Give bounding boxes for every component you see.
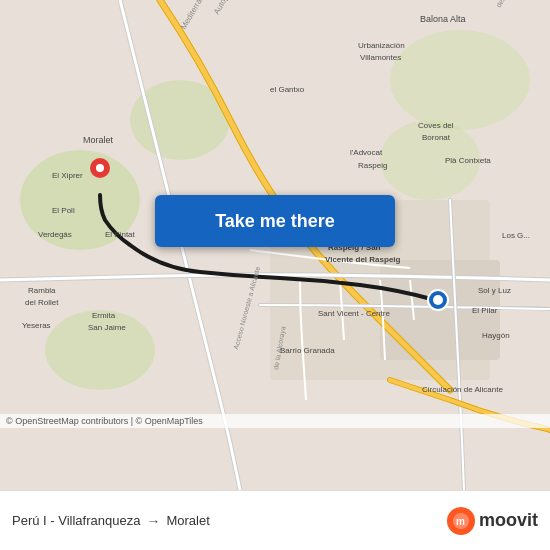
svg-text:el Gantxo: el Gantxo <box>270 85 305 94</box>
svg-text:Ermita: Ermita <box>92 311 116 320</box>
svg-text:El Xiprer: El Xiprer <box>52 171 83 180</box>
arrow-right-icon: → <box>146 513 160 529</box>
svg-text:Yeseras: Yeseras <box>22 321 51 330</box>
svg-text:del Rollet: del Rollet <box>25 298 59 307</box>
button-label: Take me there <box>215 211 335 232</box>
svg-text:m: m <box>456 516 465 527</box>
svg-text:l'Advocat: l'Advocat <box>350 148 383 157</box>
route-from: Perú I - Villafranqueza <box>12 513 140 528</box>
svg-text:El Pilar: El Pilar <box>472 306 498 315</box>
svg-text:Urbanización: Urbanización <box>358 41 405 50</box>
svg-text:Villamontes: Villamontes <box>360 53 401 62</box>
svg-point-4 <box>390 30 530 130</box>
svg-text:Sol y Luz: Sol y Luz <box>478 286 511 295</box>
svg-text:El Poll: El Poll <box>52 206 75 215</box>
map-container: Mediterráneo Autopista del Mediterráneo … <box>0 0 550 490</box>
svg-text:Circulación de Alicante: Circulación de Alicante <box>422 385 503 394</box>
moovit-logo: m moovit <box>447 507 538 535</box>
route-info: Perú I - Villafranqueza → Moralet <box>12 513 447 529</box>
copyright-bar: © OpenStreetMap contributors | © OpenMap… <box>0 414 550 428</box>
svg-text:Barrio Granada: Barrio Granada <box>280 346 335 355</box>
svg-text:Coves del: Coves del <box>418 121 454 130</box>
svg-text:Sant Vicent - Centre: Sant Vicent - Centre <box>318 309 390 318</box>
take-me-there-button[interactable]: Take me there <box>155 195 395 247</box>
svg-text:Moralet: Moralet <box>83 135 114 145</box>
svg-point-45 <box>433 295 443 305</box>
svg-text:Raspeig: Raspeig <box>358 161 387 170</box>
svg-text:Rambla: Rambla <box>28 286 56 295</box>
svg-text:El Pintat: El Pintat <box>105 230 136 239</box>
svg-text:Vicente del Raspeig: Vicente del Raspeig <box>325 255 401 264</box>
route-to: Moralet <box>166 513 209 528</box>
svg-text:Plà Contxeta: Plà Contxeta <box>445 156 491 165</box>
svg-text:Boronat: Boronat <box>422 133 451 142</box>
svg-point-3 <box>45 310 155 390</box>
svg-text:Balona Alta: Balona Alta <box>420 14 466 24</box>
bottom-bar: Perú I - Villafranqueza → Moralet m moov… <box>0 490 550 550</box>
svg-text:Haygón: Haygón <box>482 331 510 340</box>
moovit-logo-circle: m <box>447 507 475 535</box>
moovit-brand-text: moovit <box>479 510 538 531</box>
svg-text:Verdegás: Verdegás <box>38 230 72 239</box>
svg-text:San Jaime: San Jaime <box>88 323 126 332</box>
svg-point-43 <box>96 164 104 172</box>
copyright-text: © OpenStreetMap contributors | © OpenMap… <box>6 416 203 426</box>
svg-text:Los G...: Los G... <box>502 231 530 240</box>
